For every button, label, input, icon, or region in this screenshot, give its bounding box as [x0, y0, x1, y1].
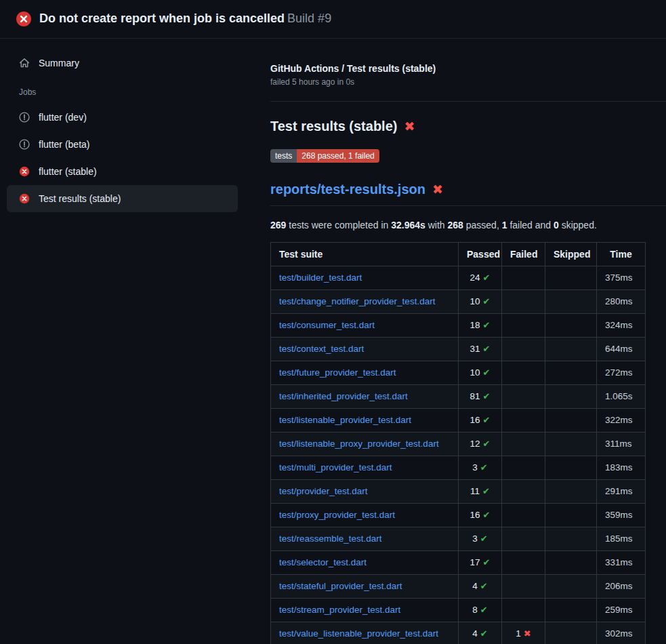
results-table-body: test/builder_test.dart24✔375mstest/chang… [271, 266, 646, 644]
summary-bold: 269 [270, 220, 286, 230]
suite-link[interactable]: test/future_provider_test.dart [279, 367, 396, 378]
check-icon: ✔ [483, 557, 491, 567]
table-row: test/inherited_provider_test.dart81✔1.06… [271, 385, 646, 409]
suite-cell: test/change_notifier_provider_test.dart [271, 290, 459, 314]
passed-count: 3 [472, 462, 478, 472]
job-label: flutter (dev) [39, 112, 87, 123]
check-icon: ✔ [480, 462, 488, 472]
cross-icon: ✖ [524, 628, 531, 639]
job-label: flutter (beta) [39, 139, 89, 150]
failed-circle-icon [19, 193, 30, 204]
failed-x-icon: ✖ [404, 120, 415, 133]
sidebar-item-flutter-beta[interactable]: flutter (beta) [7, 131, 238, 158]
check-icon: ✔ [480, 581, 488, 591]
suite-link[interactable]: test/change_notifier_provider_test.dart [279, 296, 435, 306]
check-icon: ✔ [483, 344, 491, 354]
run-meta: failed 5 hours ago in 0s [270, 77, 666, 87]
passed-cell: 17✔ [459, 551, 502, 575]
skipped-cell [545, 361, 597, 385]
failed-count: 1 [516, 628, 521, 639]
suite-link[interactable]: test/value_listenable_provider_test.dart [279, 628, 438, 639]
summary-text: skipped. [559, 220, 597, 230]
passed-count: 12 [470, 439, 480, 449]
suite-cell: test/future_provider_test.dart [271, 361, 459, 385]
skipped-cell [545, 480, 597, 504]
passed-cell: 4✔ [459, 575, 502, 599]
skipped-cell [545, 266, 597, 290]
failed-x-icon: ✖ [432, 183, 443, 196]
build-number: Build #9 [287, 12, 331, 25]
job-label: Test results (stable) [39, 193, 121, 204]
col-failed: Failed [502, 243, 545, 266]
suite-link[interactable]: test/stream_provider_test.dart [279, 605, 400, 615]
neutral-circle-icon [19, 139, 30, 150]
failed-cell: 1✖ [502, 622, 545, 644]
suite-cell: test/provider_test.dart [271, 480, 459, 504]
passed-cell: 18✔ [459, 314, 502, 338]
suite-link[interactable]: test/consumer_test.dart [279, 320, 375, 330]
passed-count: 11 [470, 486, 480, 496]
section-title: Test results (stable) ✖ [270, 119, 666, 134]
suite-link[interactable]: test/reassemble_test.dart [279, 534, 382, 544]
suite-link[interactable]: test/stateful_provider_test.dart [279, 581, 402, 591]
suite-link[interactable]: test/listenable_provider_test.dart [279, 415, 411, 425]
skipped-cell [545, 338, 597, 361]
time-cell: 206ms [597, 575, 646, 599]
sidebar-item-flutter-dev[interactable]: flutter (dev) [7, 104, 238, 131]
jobs-heading: Jobs [19, 87, 238, 97]
time-cell: 375ms [597, 266, 646, 290]
skipped-cell [545, 599, 597, 622]
report-link[interactable]: reports/test-results.json [270, 182, 425, 197]
failed-cell [502, 504, 545, 527]
sidebar-item-flutter-stable[interactable]: flutter (stable) [7, 158, 238, 185]
table-row: test/selector_test.dart17✔331ms [271, 551, 646, 575]
table-row: test/future_provider_test.dart10✔272ms [271, 361, 646, 385]
time-cell: 185ms [597, 527, 646, 551]
jobs-list: flutter (dev)flutter (beta)flutter (stab… [7, 104, 238, 212]
time-cell: 359ms [597, 504, 646, 527]
skipped-cell [545, 314, 597, 338]
table-row: test/listenable_proxy_provider_test.dart… [271, 432, 646, 456]
failed-cell [502, 551, 545, 575]
suite-link[interactable]: test/inherited_provider_test.dart [279, 391, 408, 401]
suite-cell: test/stateful_provider_test.dart [271, 575, 459, 599]
passed-cell: 31✔ [459, 338, 502, 361]
suite-link[interactable]: test/context_test.dart [279, 344, 364, 354]
failed-cell [502, 266, 545, 290]
failed-cell [502, 338, 545, 361]
suite-link[interactable]: test/selector_test.dart [279, 557, 367, 567]
skipped-cell [545, 551, 597, 575]
passed-count: 10 [470, 296, 480, 306]
table-row: test/consumer_test.dart18✔324ms [271, 314, 646, 338]
suite-link[interactable]: test/multi_provider_test.dart [279, 462, 392, 472]
check-icon: ✔ [480, 628, 488, 639]
breadcrumb: GitHub Actions / Test results (stable) [270, 63, 666, 74]
suite-cell: test/inherited_provider_test.dart [271, 385, 459, 409]
passed-cell: 4✔ [459, 622, 502, 644]
passed-count: 10 [470, 367, 480, 378]
passed-count: 3 [472, 534, 478, 544]
suite-link[interactable]: test/provider_test.dart [279, 486, 368, 496]
passed-cell: 10✔ [459, 361, 502, 385]
suite-link[interactable]: test/builder_test.dart [279, 273, 362, 283]
suite-link[interactable]: test/listenable_proxy_provider_test.dart [279, 439, 439, 449]
failed-cell [502, 290, 545, 314]
summary-bold: 32.964s [391, 220, 425, 230]
passed-cell: 3✔ [459, 527, 502, 551]
table-row: test/value_listenable_provider_test.dart… [271, 622, 646, 644]
failed-cell [502, 599, 545, 622]
time-cell: 291ms [597, 480, 646, 504]
neutral-circle-icon [19, 112, 30, 123]
run-failed-icon [16, 11, 32, 27]
table-row: test/change_notifier_provider_test.dart1… [271, 290, 646, 314]
suite-link[interactable]: test/proxy_provider_test.dart [279, 510, 395, 520]
sidebar-item-summary[interactable]: Summary [7, 49, 238, 77]
suite-cell: test/context_test.dart [271, 338, 459, 361]
sidebar-item-test-results-stable[interactable]: Test results (stable) [7, 185, 238, 212]
check-icon: ✔ [483, 367, 491, 378]
suite-cell: test/listenable_proxy_provider_test.dart [271, 432, 459, 456]
passed-count: 4 [472, 628, 478, 639]
time-cell: 322ms [597, 409, 646, 432]
passed-count: 18 [470, 320, 480, 330]
failed-cell [502, 480, 545, 504]
